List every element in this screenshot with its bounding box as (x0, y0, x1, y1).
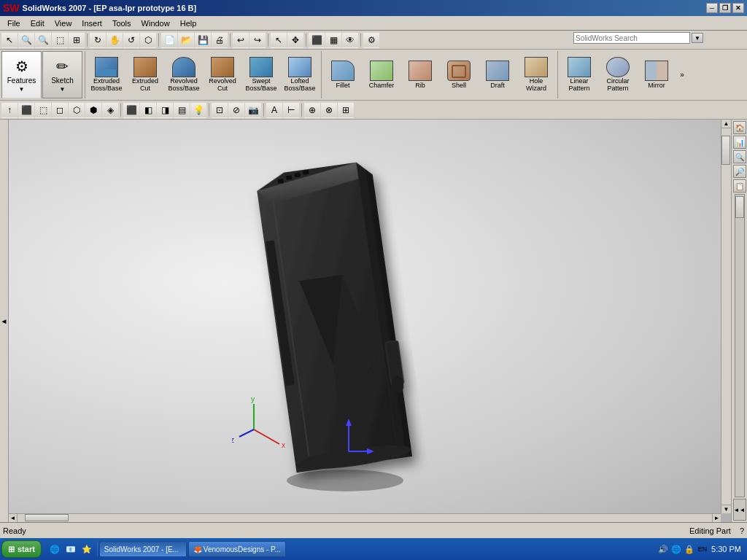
toolbar-btn-hide[interactable]: 👁 (342, 32, 358, 48)
menu-tools[interactable]: Tools (108, 18, 136, 29)
toolbar-btn-zoom-in[interactable]: 🔍 (18, 32, 34, 48)
view-btn-4[interactable]: ◻ (52, 102, 68, 118)
taskbar-browser[interactable]: 🦊 VenomousDesigns - P... (188, 541, 286, 557)
view-btn-2[interactable]: ⬛ (18, 102, 34, 118)
toolbar-btn-zoom-fit[interactable]: ⊞ (69, 32, 85, 48)
toolbar-btn-zoom-area[interactable]: ⬚ (52, 32, 68, 48)
tray-icon-2[interactable]: 🌐 (670, 543, 682, 555)
menu-view[interactable]: View (50, 18, 77, 29)
btn-chamfer[interactable]: Chamfer (363, 51, 400, 98)
hscroll-right[interactable]: ► (712, 514, 721, 523)
view-btn-3[interactable]: ⬚ (35, 102, 51, 118)
search-input[interactable] (573, 32, 690, 44)
vscroll-up[interactable]: ▲ (721, 120, 732, 128)
view-btn-lights[interactable]: 💡 (190, 102, 206, 118)
toolbar-btn-new[interactable]: 📄 (161, 32, 177, 48)
toolbar-btn-move[interactable]: ✥ (287, 32, 303, 48)
vscroll-down[interactable]: ▼ (721, 505, 732, 513)
view-btn-5[interactable]: ⬡ (69, 102, 85, 118)
minimize-button[interactable]: ─ (706, 3, 718, 13)
btn-lofted-boss[interactable]: LoftedBoss/Base (281, 51, 319, 98)
btn-revolved-boss[interactable]: RevolvedBoss/Base (165, 51, 203, 98)
sidebar-collapse-btn[interactable]: ◄◄ (733, 499, 746, 521)
sidebar-btn-chart[interactable]: 📊 (733, 136, 746, 149)
menu-file[interactable]: File (3, 18, 25, 29)
viewport-hscroll[interactable]: ◄ ► (9, 513, 721, 522)
sidebar-btn-clipboard[interactable]: 📋 (733, 179, 746, 192)
btn-extruded-boss[interactable]: ExtrudedBoss/Base (88, 51, 125, 98)
quicklaunch-ie[interactable]: 🌐 (47, 542, 62, 556)
view-btn-camera[interactable]: 📷 (245, 102, 261, 118)
start-button[interactable]: ⊞ start (1, 540, 42, 558)
view-btn-10[interactable]: ◨ (157, 102, 173, 118)
view-btn-section[interactable]: ⊘ (228, 102, 244, 118)
btn-rib[interactable]: Rib (401, 51, 439, 98)
sidebar-btn-home[interactable]: 🏠 (733, 121, 746, 134)
features-overflow[interactable]: » (676, 51, 688, 98)
taskbar-solidworks[interactable]: SolidWorks 2007 - [E... (99, 541, 187, 557)
btn-circular-pattern[interactable]: CircularPattern (599, 51, 637, 98)
btn-swept-boss[interactable]: SweptBoss/Base (242, 51, 280, 98)
view-btn-9[interactable]: ◧ (140, 102, 156, 118)
tab-sketch-arrow[interactable]: ▼ (60, 86, 66, 93)
toolbar-btn-print[interactable]: 🖨 (212, 32, 228, 48)
toolbar-btn-undo[interactable]: ↩ (233, 32, 249, 48)
view-btn-6[interactable]: ⬢ (85, 102, 101, 118)
view-btn-7[interactable]: ◈ (102, 102, 118, 118)
toolbar-btn-view-orient[interactable]: ⬛ (309, 32, 325, 48)
viewport-vscroll[interactable]: ▲ ▼ (721, 120, 731, 513)
help-button[interactable]: ? (740, 526, 744, 535)
btn-fillet[interactable]: Fillet (324, 51, 362, 98)
quicklaunch-3[interactable]: ⭐ (80, 542, 94, 556)
sidebar-btn-zoom[interactable]: 🔎 (733, 165, 746, 178)
btn-extruded-cut[interactable]: ExtrudedCut (126, 51, 164, 98)
sidebar-btn-search[interactable]: 🔍 (733, 150, 746, 163)
toolbar-btn-rotate[interactable]: ↺ (123, 32, 139, 48)
btn-hole-wizard[interactable]: HoleWizard (517, 51, 555, 98)
view-btn-11[interactable]: ▤ (174, 102, 190, 118)
toolbar-btn-open[interactable]: 📂 (178, 32, 194, 48)
hscroll-thumb[interactable] (25, 514, 69, 521)
view-btn-grid[interactable]: ⊞ (338, 102, 354, 118)
sidebar-scroll-thumb[interactable] (735, 196, 744, 218)
tab-sketch[interactable]: ✏ Sketch ▼ (42, 51, 82, 98)
toolbar-btn-save[interactable]: 💾 (195, 32, 211, 48)
view-btn-coord[interactable]: ⊗ (321, 102, 337, 118)
toolbar-btn-pointer[interactable]: ↖ (1, 32, 18, 48)
toolbar-btn-zoom-out[interactable]: 🔍 (35, 32, 51, 48)
hscroll-left[interactable]: ◄ (9, 514, 18, 523)
tab-features[interactable]: ⚙ Features ▼ (1, 51, 42, 98)
quicklaunch-2[interactable]: 📧 (63, 542, 78, 556)
viewport[interactable]: x y z ◄ ► ▲ (9, 120, 731, 522)
btn-shell[interactable]: Shell (440, 51, 478, 98)
view-btn-8[interactable]: ⬛ (123, 102, 139, 118)
toolbar-btn-display[interactable]: ▦ (325, 32, 341, 48)
tray-icon-3[interactable]: 🔒 (684, 543, 695, 555)
view-btn-dim[interactable]: ⊢ (283, 102, 299, 118)
tab-features-arrow[interactable]: ▼ (19, 86, 25, 93)
tray-icon-4[interactable]: EN (697, 543, 708, 555)
view-btn-annot[interactable]: A (266, 102, 282, 118)
view-btn-1[interactable]: ↑ (1, 102, 18, 118)
left-panel-arrow[interactable]: ◄ (0, 120, 9, 522)
toolbar-btn-refresh[interactable]: ↻ (90, 32, 106, 48)
close-button[interactable]: ✕ (732, 3, 744, 13)
btn-mirror[interactable]: Mirror (638, 51, 676, 98)
btn-linear-pattern[interactable]: LinearPattern (560, 51, 598, 98)
menu-insert[interactable]: Insert (77, 18, 107, 29)
toolbar-btn-options[interactable]: ⚙ (363, 32, 379, 48)
menu-edit[interactable]: Edit (26, 18, 49, 29)
vscroll-thumb[interactable] (721, 136, 730, 165)
toolbar-btn-redo[interactable]: ↪ (249, 32, 266, 48)
btn-revolved-cut[interactable]: RevolvedCut (204, 51, 241, 98)
toolbar-btn-pan[interactable]: ✋ (107, 32, 123, 48)
btn-draft[interactable]: Draft (479, 51, 516, 98)
toolbar-btn-3d[interactable]: ⬡ (140, 32, 156, 48)
menu-help[interactable]: Help (176, 18, 201, 29)
view-btn-hide-lines[interactable]: ⊡ (212, 102, 228, 118)
menu-window[interactable]: Window (137, 18, 174, 29)
restore-button[interactable]: ❐ (719, 3, 731, 13)
toolbar-btn-sel[interactable]: ↖ (271, 32, 287, 48)
view-btn-ref[interactable]: ⊕ (304, 102, 320, 118)
tray-icon-1[interactable]: 🔊 (657, 543, 669, 555)
